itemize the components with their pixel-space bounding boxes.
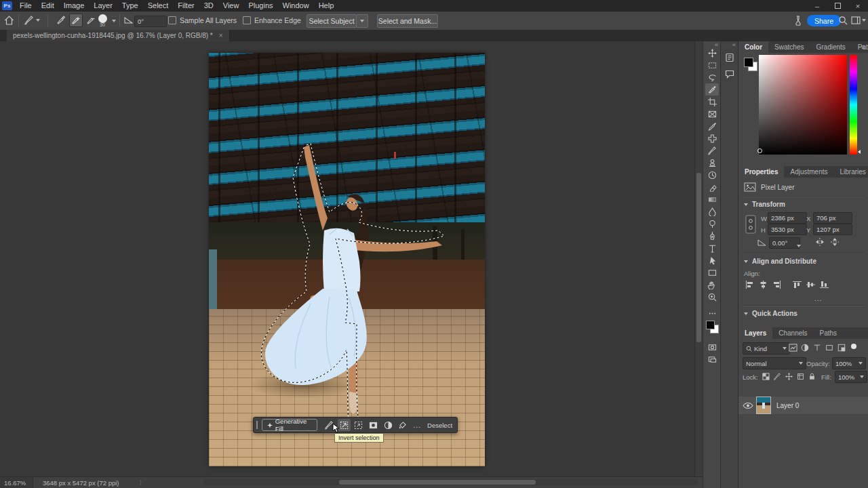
taskbar-drag-handle[interactable] <box>256 421 258 429</box>
quick-actions-header[interactable]: Quick Actions <box>744 310 797 317</box>
tab-channels[interactable]: Channels <box>772 327 813 339</box>
align-center-horizontal-icon[interactable] <box>757 280 768 289</box>
screen-mode-button[interactable] <box>705 353 719 365</box>
rotation-angle-field[interactable]: 0.00° <box>769 237 800 249</box>
new-selection-mode-button[interactable] <box>54 14 68 27</box>
foreground-color-swatch[interactable] <box>744 58 753 67</box>
menu-view[interactable]: View <box>218 0 244 12</box>
lock-position-icon[interactable] <box>783 371 794 382</box>
align-bottom-icon[interactable] <box>818 280 829 289</box>
align-top-icon[interactable] <box>791 280 802 289</box>
tool-preset-picker[interactable] <box>24 12 40 29</box>
close-button[interactable]: × <box>848 0 868 12</box>
tool-rectangle[interactable] <box>705 266 719 279</box>
canvas-area[interactable]: Generative Fill <box>0 41 703 476</box>
layer-row[interactable]: Layer 0 <box>738 396 868 414</box>
enhance-edge-checkbox[interactable]: Enhance Edge <box>243 12 301 29</box>
tool-eyedropper[interactable] <box>705 120 719 132</box>
create-mask-button[interactable] <box>367 419 380 431</box>
horizontal-scrollbar-thumb[interactable] <box>339 480 536 485</box>
menu-plugins[interactable]: Plugins <box>243 0 277 12</box>
close-tab-icon[interactable]: × <box>219 32 223 39</box>
transform-selection-button[interactable] <box>352 419 366 431</box>
lock-transparent-pixels-icon[interactable] <box>760 371 771 382</box>
lock-artboard-nesting-icon[interactable] <box>795 371 806 382</box>
tool-eraser[interactable] <box>705 181 719 193</box>
tab-adjustments[interactable]: Adjustments <box>784 166 833 178</box>
reference-point-icon[interactable] <box>745 215 756 234</box>
tool-hand[interactable] <box>705 279 719 291</box>
chevron-down-icon[interactable] <box>112 20 116 22</box>
tool-history-brush[interactable] <box>705 169 719 181</box>
transform-section-header[interactable]: Transform <box>744 201 785 208</box>
saturation-brightness-field[interactable] <box>759 55 847 155</box>
tool-type[interactable] <box>705 242 719 254</box>
menu-file[interactable]: File <box>15 0 37 12</box>
zoom-level-field[interactable]: 16.67% <box>0 477 33 488</box>
menu-filter[interactable]: Filter <box>173 0 199 12</box>
align-section-header[interactable]: Align and Distribute <box>744 258 816 265</box>
add-to-selection-mode-button[interactable] <box>69 14 83 27</box>
menu-select[interactable]: Select <box>143 0 174 12</box>
tool-crop[interactable] <box>705 96 719 108</box>
tool-selection-brush[interactable] <box>705 83 719 96</box>
menu-help[interactable]: Help <box>314 0 339 12</box>
brush-size-picker[interactable]: 30 <box>96 14 109 27</box>
lock-all-icon[interactable] <box>806 371 817 382</box>
filter-adjustment-layers-icon[interactable] <box>800 342 810 353</box>
tab-paths[interactable]: Paths <box>814 327 844 339</box>
tool-path-selection[interactable] <box>705 254 719 266</box>
flip-vertical-icon[interactable] <box>829 237 840 247</box>
vertical-scrollbar-thumb[interactable] <box>696 173 701 342</box>
create-adjustment-button[interactable] <box>381 419 395 431</box>
align-left-icon[interactable] <box>744 280 755 289</box>
select-and-mask-button[interactable]: Select and Mask... <box>377 14 438 28</box>
horizontal-scrollbar[interactable] <box>203 479 698 485</box>
quick-mask-button[interactable] <box>705 341 719 353</box>
tab-color[interactable]: Color <box>738 41 768 53</box>
filter-shape-layers-icon[interactable] <box>824 342 835 353</box>
layer-filter-kind-select[interactable]: Kind <box>743 342 790 354</box>
tool-frame[interactable] <box>705 108 719 120</box>
tool-gradient[interactable] <box>705 193 719 205</box>
brush-angle-field[interactable]: 0° <box>134 16 167 27</box>
width-field[interactable]: 2386 px <box>768 212 807 224</box>
status-arrow-icon[interactable]: 〉 <box>139 479 145 487</box>
search-button[interactable] <box>838 12 848 29</box>
tab-gradients[interactable]: Gradients <box>810 41 851 53</box>
fill-select[interactable]: 100% <box>835 371 867 383</box>
filter-pixel-layers-icon[interactable] <box>787 342 798 353</box>
align-more-button[interactable]: ... <box>814 295 822 302</box>
vertical-scrollbar[interactable] <box>694 41 703 476</box>
minimize-button[interactable]: – <box>807 0 827 12</box>
tool-dodge[interactable] <box>705 218 719 230</box>
menu-3d[interactable]: 3D <box>199 0 218 12</box>
comments-panel-icon[interactable] <box>723 67 736 81</box>
fill-selection-button[interactable] <box>396 419 410 431</box>
share-button[interactable]: Share <box>807 15 841 26</box>
layer-thumbnail[interactable] <box>756 396 771 414</box>
taskbar-more-button[interactable]: ... <box>410 419 424 431</box>
filter-type-layers-icon[interactable] <box>812 342 823 353</box>
restore-button[interactable] <box>827 0 848 12</box>
edit-toolbar-button[interactable] <box>705 307 719 319</box>
tool-lasso[interactable] <box>705 71 719 83</box>
tab-properties[interactable]: Properties <box>738 166 784 178</box>
hue-slider-pointer[interactable] <box>858 150 861 154</box>
tab-swatches[interactable]: Swatches <box>768 41 810 53</box>
menu-window[interactable]: Window <box>278 0 314 12</box>
x-field[interactable]: 706 px <box>813 212 852 224</box>
tab-patterns[interactable]: Patterns <box>852 41 868 53</box>
generative-fill-button[interactable]: Generative Fill <box>262 419 317 431</box>
document-tab[interactable]: pexels-wellington-cunha-1918445.jpg @ 16… <box>7 30 230 41</box>
flip-horizontal-icon[interactable] <box>814 237 825 247</box>
tool-brush[interactable] <box>705 144 719 157</box>
tool-spot-healing[interactable] <box>705 132 719 144</box>
hue-slider[interactable] <box>850 55 857 155</box>
home-button[interactable] <box>4 12 14 29</box>
tool-marquee[interactable] <box>705 59 719 71</box>
tab-layers[interactable]: Layers <box>738 327 772 339</box>
tool-clone-stamp[interactable] <box>705 157 719 169</box>
beta-features-button[interactable] <box>793 12 803 29</box>
select-subject-dropdown[interactable] <box>356 14 368 28</box>
